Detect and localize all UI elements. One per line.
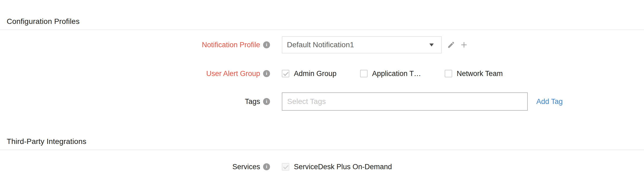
checkbox-item-servicedesk: ServiceDesk Plus On-Demand: [282, 163, 392, 171]
checkbox-label: ServiceDesk Plus On-Demand: [294, 163, 392, 171]
info-icon[interactable]: i: [263, 98, 270, 105]
checkbox-application-team[interactable]: [360, 70, 368, 77]
services-label: Services: [232, 163, 260, 171]
info-icon[interactable]: i: [263, 41, 270, 48]
checkbox-label: Application T…: [372, 70, 421, 78]
checkbox-label: Network Team: [457, 70, 503, 78]
checkbox-item-network-team[interactable]: Network Team: [445, 70, 503, 78]
notification-profile-label-col: Notification Profile i: [0, 41, 270, 49]
user-alert-group-label-col: User Alert Group i: [0, 70, 270, 78]
notification-profile-field-col: Default Notification1: [282, 36, 644, 53]
notification-profile-selected-value: Default Notification1: [287, 41, 354, 49]
tags-label: Tags: [245, 97, 260, 106]
tags-field-col: Add Tag: [282, 92, 644, 111]
section-title-configuration-profiles: Configuration Profiles: [0, 17, 644, 30]
checkbox-servicedesk: [282, 163, 289, 171]
notification-profile-row: Notification Profile i Default Notificat…: [0, 36, 644, 54]
services-field-col: ServiceDesk Plus On-Demand: [282, 163, 644, 171]
user-alert-group-options: Admin Group Application T… Network Team: [282, 70, 503, 78]
add-tag-link[interactable]: Add Tag: [536, 97, 563, 106]
pencil-icon[interactable]: [447, 41, 455, 49]
user-alert-group-row: User Alert Group i Admin Group Applicati…: [0, 68, 644, 79]
notification-profile-actions: [447, 40, 469, 49]
checkbox-label: Admin Group: [294, 70, 336, 78]
checkbox-network-team[interactable]: [445, 70, 452, 77]
user-alert-group-label: User Alert Group: [206, 70, 260, 78]
info-icon[interactable]: i: [263, 163, 270, 170]
tags-label-col: Tags i: [0, 97, 270, 106]
plus-icon[interactable]: [459, 40, 469, 49]
checkbox-item-application-team[interactable]: Application T…: [360, 70, 421, 78]
tags-input[interactable]: [282, 92, 528, 111]
services-label-col: Services i: [0, 163, 270, 171]
info-icon[interactable]: i: [263, 70, 270, 77]
section-title-third-party-integrations: Third-Party Integrations: [0, 137, 644, 150]
notification-profile-dropdown[interactable]: Default Notification1: [282, 36, 442, 53]
tags-row: Tags i Add Tag: [0, 92, 644, 111]
user-alert-group-field-col: Admin Group Application T… Network Team: [282, 70, 644, 78]
configuration-profiles-page: Configuration Profiles Notification Prof…: [0, 17, 644, 173]
caret-down-icon: [429, 44, 434, 46]
notification-profile-label: Notification Profile: [202, 41, 260, 49]
services-row: Services i ServiceDesk Plus On-Demand: [0, 161, 644, 173]
checkbox-item-admin-group[interactable]: Admin Group: [282, 70, 336, 78]
checkbox-admin-group[interactable]: [282, 70, 289, 77]
